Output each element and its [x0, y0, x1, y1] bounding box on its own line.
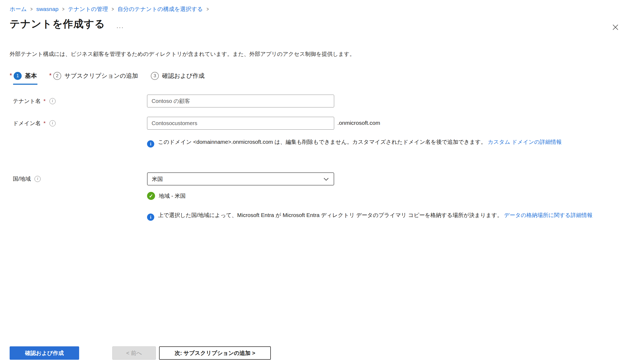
- tab-review-create-label: 確認および作成: [162, 72, 205, 80]
- info-tooltip-icon[interactable]: i: [49, 98, 56, 104]
- breadcrumb-manage-tenants[interactable]: テナントの管理: [68, 5, 108, 13]
- create-tenant-page: ホーム > swasnap > テナントの管理 > 自分のテナントの構成を選択す…: [0, 0, 632, 364]
- domain-info-message: iこのドメイン <domainname>.onmicrosoft.com は、編…: [147, 137, 627, 148]
- breadcrumb-separator: >: [62, 6, 64, 12]
- context-menu-ellipsis-icon[interactable]: ···: [116, 24, 124, 31]
- country-region-label: 国/地域 i: [13, 175, 41, 183]
- breadcrumb: ホーム > swasnap > テナントの管理 > 自分のテナントの構成を選択す…: [10, 5, 213, 13]
- country-region-label-text: 国/地域: [13, 175, 31, 183]
- review-create-button[interactable]: 確認および作成: [10, 346, 79, 360]
- domain-info-text: このドメイン <domainname>.onmicrosoft.com は、編集…: [158, 139, 486, 145]
- step-1-badge: 1: [14, 72, 22, 80]
- region-validation: ✓ 地域 - 米国: [147, 192, 186, 200]
- required-asterisk: *: [49, 72, 52, 79]
- page-title: テナントを作成する: [10, 17, 105, 31]
- custom-domain-learn-more-link[interactable]: カスタム ドメインの詳細情報: [488, 139, 562, 145]
- info-tooltip-icon[interactable]: i: [34, 176, 41, 182]
- info-icon: i: [147, 214, 154, 221]
- info-tooltip-icon[interactable]: i: [49, 120, 56, 126]
- required-asterisk: *: [43, 98, 45, 104]
- tenant-name-input[interactable]: [147, 95, 334, 107]
- close-x-glyph: [611, 23, 619, 31]
- domain-suffix: .onmicrosoft.com: [337, 120, 380, 126]
- wizard-steps: * 1 基本 * 2 サブスクリプションの追加 3 確認および作成: [10, 72, 205, 85]
- step-3-badge: 3: [151, 72, 159, 80]
- title-row: テナントを作成する ···: [10, 17, 124, 31]
- tab-basics-label: 基本: [25, 72, 37, 80]
- tab-basics[interactable]: * 1 基本: [10, 72, 37, 85]
- tab-add-subscription[interactable]: * 2 サブスクリプションの追加: [49, 72, 138, 85]
- success-check-icon: ✓: [147, 192, 155, 200]
- breadcrumb-separator: >: [111, 6, 114, 12]
- footer-actions: 確認および作成 < 前へ 次: サブスクリプションの追加 >: [0, 346, 632, 360]
- required-asterisk: *: [43, 120, 45, 126]
- breadcrumb-choose-configuration[interactable]: 自分のテナントの構成を選択する: [117, 5, 203, 13]
- tab-add-subscription-label: サブスクリプションの追加: [64, 72, 138, 80]
- domain-name-label-text: ドメイン名: [13, 119, 41, 127]
- breadcrumb-swasnap[interactable]: swasnap: [36, 6, 59, 12]
- country-region-selected-value: 米国: [152, 175, 163, 183]
- data-location-learn-more-link[interactable]: データの格納場所に関する詳細情報: [504, 212, 592, 218]
- tab-review-create[interactable]: 3 確認および作成: [150, 72, 205, 85]
- country-region-select[interactable]: 米国: [147, 172, 334, 185]
- region-validation-text: 地域 - 米国: [159, 192, 186, 200]
- step-2-badge: 2: [53, 72, 61, 80]
- breadcrumb-home[interactable]: ホーム: [10, 5, 27, 13]
- chevron-down-icon: [322, 175, 330, 183]
- previous-button: < 前へ: [112, 346, 156, 360]
- required-asterisk: *: [10, 72, 12, 79]
- breadcrumb-separator: >: [30, 6, 33, 12]
- breadcrumb-separator: >: [207, 6, 209, 12]
- next-add-subscription-button[interactable]: 次: サブスクリプションの追加 >: [159, 346, 271, 360]
- data-location-info-text: 上で選択した国/地域によって、Microsoft Entra が Microso…: [158, 212, 503, 218]
- info-icon: i: [147, 140, 154, 148]
- data-location-info-message: i上で選択した国/地域によって、Microsoft Entra が Micros…: [147, 210, 627, 221]
- domain-name-input[interactable]: [147, 117, 334, 130]
- tenant-name-label: テナント名* i: [13, 97, 56, 105]
- close-icon[interactable]: [610, 21, 621, 33]
- page-description: 外部テナント構成には、ビジネス顧客を管理するためのディレクトリが含まれています。…: [10, 50, 355, 58]
- tenant-name-label-text: テナント名: [13, 97, 41, 105]
- domain-name-label: ドメイン名* i: [13, 119, 56, 127]
